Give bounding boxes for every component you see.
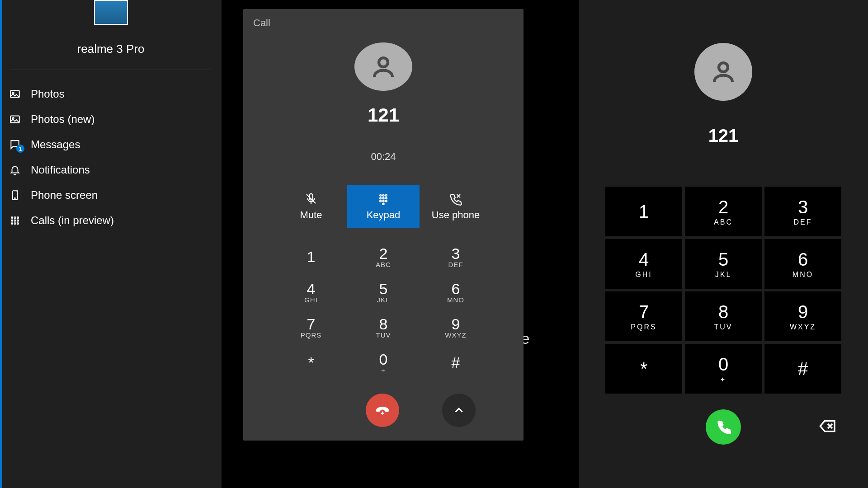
keypad-key-2[interactable]: 2ABC bbox=[685, 187, 762, 236]
bell-icon bbox=[9, 164, 21, 176]
device-thumbnail[interactable] bbox=[94, 0, 128, 25]
key-letters: + bbox=[381, 366, 386, 374]
key-digit: 1 bbox=[307, 248, 316, 266]
keypad-key-7[interactable]: 7PQRS bbox=[605, 291, 682, 341]
key-letters: JKL bbox=[715, 271, 732, 279]
key-letters: DEF bbox=[794, 218, 812, 226]
call-panel: Call 121 00:24 Mute Keypad Use phone 12A… bbox=[243, 9, 524, 441]
collapse-keypad-button[interactable] bbox=[442, 394, 476, 427]
dialer-keypad: 12ABC3DEF4GHI5JKL6MNO7PQRS8TUV9WXYZ*0+# bbox=[605, 187, 841, 394]
hangup-button[interactable] bbox=[366, 394, 399, 427]
key-letters: PQRS bbox=[301, 331, 322, 339]
sidebar: realme 3 Pro Photos Photos (new) Message… bbox=[0, 0, 222, 488]
keypad-key-#[interactable]: # bbox=[420, 345, 492, 380]
svg-point-29 bbox=[719, 63, 728, 72]
in-call-keypad: 12ABC3DEF4GHI5JKL6MNO7PQRS8TUV9WXYZ*0+# bbox=[275, 239, 492, 380]
keypad-key-4[interactable]: 4GHI bbox=[605, 239, 682, 289]
keypad-key-5[interactable]: 5JKL bbox=[685, 239, 762, 289]
sidebar-item-label: Notifications bbox=[31, 164, 90, 176]
keypad-key-3[interactable]: 3DEF bbox=[420, 239, 492, 274]
svg-point-26 bbox=[382, 200, 384, 202]
keypad-key-0[interactable]: 0+ bbox=[347, 345, 420, 380]
svg-point-1 bbox=[13, 92, 14, 94]
svg-point-12 bbox=[11, 223, 13, 224]
sidebar-item-label: Photos (new) bbox=[31, 113, 94, 126]
keypad-key-*[interactable]: * bbox=[605, 344, 682, 394]
mute-button[interactable]: Mute bbox=[275, 185, 347, 228]
key-digit: 4 bbox=[639, 249, 649, 270]
keypad-key-0[interactable]: 0+ bbox=[685, 344, 762, 394]
keypad-key-2[interactable]: 2ABC bbox=[347, 239, 420, 274]
dialer-bottom-row bbox=[605, 409, 841, 445]
keypad-key-6[interactable]: 6MNO bbox=[420, 274, 492, 310]
keypad-key-3[interactable]: 3DEF bbox=[764, 187, 841, 236]
keypad-button[interactable]: Keypad bbox=[347, 185, 420, 228]
keypad-key-1[interactable]: 1 bbox=[605, 187, 682, 236]
sidebar-item-phone-screen[interactable]: Phone screen bbox=[0, 183, 222, 208]
keypad-key-1[interactable]: 1 bbox=[275, 239, 347, 274]
keypad-key-4[interactable]: 4GHI bbox=[275, 274, 347, 310]
svg-point-25 bbox=[380, 200, 381, 202]
key-digit: * bbox=[640, 359, 647, 379]
sidebar-accent bbox=[0, 0, 2, 488]
sidebar-item-messages[interactable]: Messages 1 bbox=[0, 132, 222, 157]
keypad-key-7[interactable]: 7PQRS bbox=[275, 310, 347, 345]
key-letters: WXYZ bbox=[790, 323, 816, 331]
keypad-key-*[interactable]: * bbox=[275, 345, 347, 380]
keypad-key-8[interactable]: 8TUV bbox=[685, 291, 762, 341]
dialer-avatar bbox=[694, 43, 752, 101]
device-name: realme 3 Pro bbox=[0, 42, 222, 56]
sidebar-item-label: Phone screen bbox=[31, 189, 98, 202]
sidebar-item-photos[interactable]: Photos bbox=[0, 81, 222, 107]
keypad-key-9[interactable]: 9WXYZ bbox=[764, 291, 841, 341]
key-digit: 3 bbox=[452, 245, 460, 263]
key-letters: WXYZ bbox=[445, 331, 466, 339]
keypad-key-6[interactable]: 6MNO bbox=[764, 239, 841, 289]
call-title: Call bbox=[253, 17, 270, 29]
keypad-key-8[interactable]: 8TUV bbox=[347, 310, 420, 345]
svg-point-14 bbox=[17, 223, 19, 224]
call-bottom-row bbox=[366, 394, 476, 427]
svg-point-8 bbox=[17, 217, 19, 218]
svg-point-24 bbox=[386, 197, 387, 199]
key-digit: 2 bbox=[718, 197, 728, 217]
call-actions: Mute Keypad Use phone bbox=[275, 185, 492, 228]
key-digit: 8 bbox=[718, 302, 728, 322]
divider bbox=[10, 70, 212, 70]
key-digit: * bbox=[308, 354, 314, 371]
dialpad-icon bbox=[9, 215, 21, 226]
key-digit: 0 bbox=[379, 351, 388, 368]
dial-button[interactable] bbox=[706, 409, 741, 445]
dialer-number: 121 bbox=[708, 126, 739, 146]
keypad-key-#[interactable]: # bbox=[764, 344, 841, 394]
sidebar-item-calls[interactable]: Calls (in preview) bbox=[0, 208, 222, 233]
sidebar-item-photos-new[interactable]: Photos (new) bbox=[0, 107, 222, 132]
svg-point-23 bbox=[382, 197, 384, 199]
sidebar-item-notifications[interactable]: Notifications bbox=[0, 157, 222, 183]
backspace-button[interactable] bbox=[819, 417, 837, 437]
key-letters: TUV bbox=[714, 323, 733, 331]
keypad-key-5[interactable]: 5JKL bbox=[347, 274, 420, 310]
key-letters: ABC bbox=[376, 261, 391, 268]
key-digit: 2 bbox=[379, 245, 388, 263]
key-letters: PQRS bbox=[631, 323, 656, 331]
use-phone-button[interactable]: Use phone bbox=[420, 185, 492, 228]
keypad-label: Keypad bbox=[367, 209, 401, 221]
sidebar-item-label: Photos bbox=[31, 88, 65, 100]
svg-point-28 bbox=[382, 203, 384, 205]
key-letters: MNO bbox=[793, 271, 813, 279]
svg-point-13 bbox=[14, 223, 15, 224]
key-digit: 5 bbox=[379, 280, 388, 298]
key-digit: 1 bbox=[639, 202, 649, 222]
key-letters: DEF bbox=[448, 261, 463, 268]
svg-point-27 bbox=[386, 200, 387, 202]
use-phone-label: Use phone bbox=[432, 209, 480, 221]
key-digit: 6 bbox=[452, 280, 460, 298]
key-digit: 9 bbox=[452, 315, 460, 333]
key-digit: 3 bbox=[798, 197, 808, 217]
key-letters: JKL bbox=[377, 296, 390, 304]
key-letters: MNO bbox=[447, 296, 464, 304]
keypad-key-9[interactable]: 9WXYZ bbox=[420, 310, 492, 345]
call-duration: 00:24 bbox=[371, 151, 396, 163]
key-letters: + bbox=[721, 375, 726, 384]
